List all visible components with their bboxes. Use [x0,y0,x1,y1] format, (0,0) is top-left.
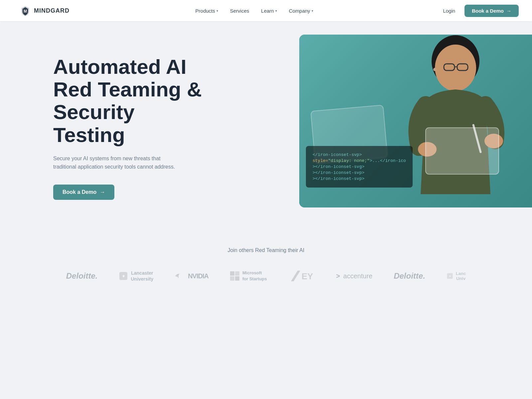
demo-button-hero-label: Book a Demo [63,189,96,195]
svg-rect-15 [235,271,239,276]
logo-lancaster-partial: ⚜ LancUniv [447,271,466,281]
logos-row: Deloitte. ⚜ LancasterUniversity NVIDIA [27,269,505,283]
nav-right: Login Book a Demo → [439,5,519,17]
deloitte-2-text: Deloitte. [394,271,425,281]
svg-rect-14 [230,271,234,276]
svg-rect-13 [178,274,179,278]
nav-link-products[interactable]: Products ▾ [190,5,223,16]
svg-rect-17 [235,276,239,281]
nav-item-products[interactable]: Products ▾ [190,5,223,16]
code-overlay: </iron-iconset-svp> style="display: none… [306,146,413,188]
arrow-icon: → [506,8,511,14]
logo-deloitte-2: Deloitte. [394,271,425,281]
brand-name: MINDGARD [34,7,69,14]
accenture-text: accenture [343,272,372,280]
lancaster-partial-text: LancUniv [456,271,466,281]
nav-label-learn: Learn [261,8,274,14]
code-line-1: </iron-iconset-svp> [313,152,406,157]
chevron-down-icon: ▾ [312,9,313,13]
book-demo-button-nav[interactable]: Book a Demo → [465,5,519,17]
nvidia-icon [175,273,185,279]
hero-title: Automated AI Red Teaming & Security Test… [53,56,206,146]
login-link[interactable]: Login [439,5,459,16]
logo-microsoft: Microsoftfor Startups [230,270,267,282]
svg-text:⚜: ⚜ [122,274,125,278]
lancaster-partial-icon: ⚜ [447,271,453,281]
logo-nvidia: NVIDIA [175,272,208,280]
logos-section: Join others Red Teaming their AI Deloitt… [0,227,532,296]
chevron-down-icon: ▾ [216,9,218,13]
ey-logo-icon: EY [288,269,315,283]
deloitte-1-text: Deloitte. [66,271,98,281]
nav-label-company: Company [289,8,310,14]
nav-link-company[interactable]: Company ▾ [284,5,319,16]
logo-ey: EY [288,269,315,283]
svg-point-2 [435,45,476,91]
svg-rect-16 [230,276,234,281]
hero-section: Automated AI Red Teaming & Security Test… [0,21,532,227]
logo-deloitte-1: Deloitte. [66,271,98,281]
code-line-4: ></iron-iconset-svp> [313,170,406,175]
accenture-arrow-icon: > [336,272,340,280]
nav-link-learn[interactable]: Learn ▾ [256,5,282,16]
svg-text:EY: EY [302,271,313,281]
nav-label-services: Services [230,8,249,14]
hero-content: Automated AI Red Teaming & Security Test… [53,56,206,200]
chevron-down-icon: ▾ [275,9,277,13]
svg-text:M: M [24,9,27,14]
code-line-2: style="display: none;">...</iron-ico [313,158,406,163]
logo-icon: M [20,5,31,16]
microsoft-icon [230,271,240,281]
demo-button-nav-label: Book a Demo [472,8,504,14]
nav-item-services[interactable]: Services [225,5,255,16]
logo-link[interactable]: M MINDGARD [20,5,69,16]
lancaster-text: LancasterUniversity [131,270,153,282]
nav-link-services[interactable]: Services [225,5,255,16]
nav-menu: Products ▾ Services Learn ▾ Company ▾ [190,5,319,16]
navbar: M MINDGARD Products ▾ Services Learn ▾ C… [0,0,532,21]
nav-label-products: Products [196,8,215,14]
hero-image: </iron-iconset-svp> style="display: none… [299,35,532,207]
lancaster-coat-icon: ⚜ [119,271,128,281]
arrow-icon: → [100,189,105,195]
nav-item-learn[interactable]: Learn ▾ [256,5,282,16]
svg-point-6 [433,68,437,71]
nvidia-text: NVIDIA [188,272,208,280]
code-line-5: ></iron-iconset-svp> [313,176,406,181]
svg-rect-9 [426,128,499,174]
microsoft-text: Microsoftfor Startups [242,270,267,282]
hero-subtitle: Secure your AI systems from new threats … [53,154,180,171]
logo-accenture: > accenture [336,272,373,280]
nav-item-company[interactable]: Company ▾ [284,5,319,16]
svg-text:⚜: ⚜ [449,275,451,278]
book-demo-button-hero[interactable]: Book a Demo → [53,185,114,200]
logo-lancaster: ⚜ LancasterUniversity [119,270,153,282]
code-line-3: ></iron-iconset-svg> [313,164,406,169]
logos-heading: Join others Red Teaming their AI [27,247,505,253]
hero-image-overlay: </iron-iconset-svp> style="display: none… [299,35,532,207]
